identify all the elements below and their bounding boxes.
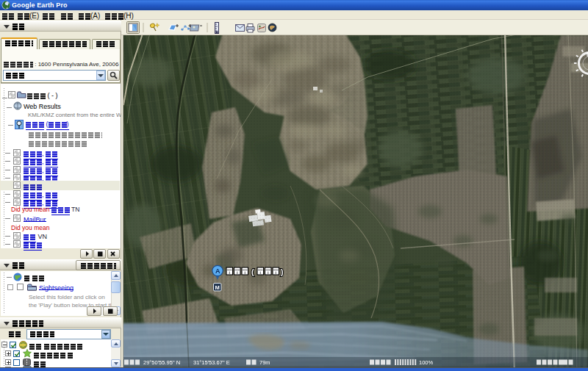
svg-text:31°15'53.67" E: 31°15'53.67" E	[193, 359, 230, 366]
svg-text:): )	[281, 267, 284, 276]
svg-text:A: A	[215, 267, 220, 275]
svg-text:M: M	[215, 284, 220, 291]
svg-text:(: (	[251, 267, 254, 276]
svg-text:79m: 79m	[259, 359, 270, 366]
svg-text:29°50'55.95" N: 29°50'55.95" N	[143, 359, 180, 366]
svg-text:100%: 100%	[419, 359, 434, 366]
